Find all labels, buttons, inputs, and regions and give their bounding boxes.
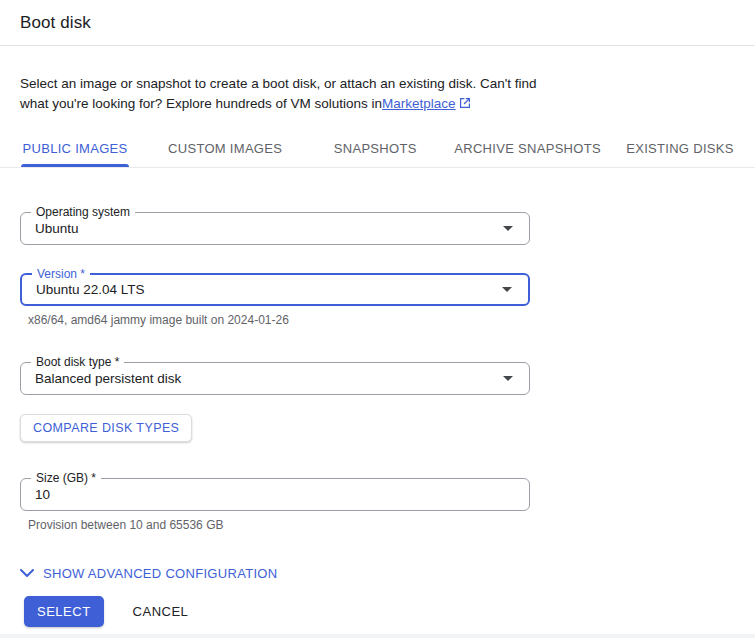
dialog-actions: SELECT CANCEL xyxy=(24,596,188,627)
compare-disk-types-button[interactable]: COMPARE DISK TYPES xyxy=(20,414,192,442)
boot-disk-type-label: Boot disk type * xyxy=(31,355,124,369)
boot-disk-type-value: Balanced persistent disk xyxy=(21,371,503,386)
marketplace-link[interactable]: Marketplace xyxy=(382,96,456,111)
operating-system-value: Ubuntu xyxy=(21,221,503,236)
version-helper-text: x86/64, amd64 jammy image built on 2024-… xyxy=(28,313,735,327)
tab-existing-disks[interactable]: EXISTING DISKS xyxy=(605,132,755,167)
chevron-down-icon xyxy=(503,376,513,381)
page-title: Boot disk xyxy=(20,13,91,33)
tab-archive-snapshots[interactable]: ARCHIVE SNAPSHOTS xyxy=(450,132,605,167)
tab-snapshots[interactable]: SNAPSHOTS xyxy=(300,132,450,167)
dialog-header: Boot disk xyxy=(0,0,755,46)
boot-disk-type-select[interactable]: Boot disk type * Balanced persistent dis… xyxy=(20,362,530,395)
version-label: Version * xyxy=(32,267,90,281)
select-button[interactable]: SELECT xyxy=(24,596,104,627)
show-advanced-configuration-toggle[interactable]: SHOW ADVANCED CONFIGURATION xyxy=(20,566,277,581)
operating-system-select[interactable]: Operating system Ubuntu xyxy=(20,212,530,245)
size-label: Size (GB) * xyxy=(31,471,101,485)
tab-public-images[interactable]: PUBLIC IMAGES xyxy=(0,132,150,167)
chevron-down-icon xyxy=(502,287,512,292)
version-value: Ubuntu 22.04 LTS xyxy=(22,282,502,297)
size-helper-text: Provision between 10 and 65536 GB xyxy=(28,518,735,532)
dialog-bottom-edge xyxy=(0,634,755,638)
external-link-icon xyxy=(459,95,471,115)
intro-text: Select an image or snapshot to create a … xyxy=(20,74,543,115)
version-select[interactable]: Version * Ubuntu 22.04 LTS xyxy=(20,273,530,306)
size-field[interactable]: Size (GB) * xyxy=(20,478,530,511)
operating-system-label: Operating system xyxy=(31,205,135,219)
tab-custom-images[interactable]: CUSTOM IMAGES xyxy=(150,132,300,167)
cancel-button[interactable]: CANCEL xyxy=(133,604,189,619)
chevron-down-icon xyxy=(503,226,513,231)
chevron-down-icon xyxy=(20,569,34,578)
tab-bar: PUBLIC IMAGES CUSTOM IMAGES SNAPSHOTS AR… xyxy=(0,132,755,168)
boot-disk-form: Operating system Ubuntu Version * Ubuntu… xyxy=(0,212,755,582)
advanced-toggle-label: SHOW ADVANCED CONFIGURATION xyxy=(43,566,277,581)
